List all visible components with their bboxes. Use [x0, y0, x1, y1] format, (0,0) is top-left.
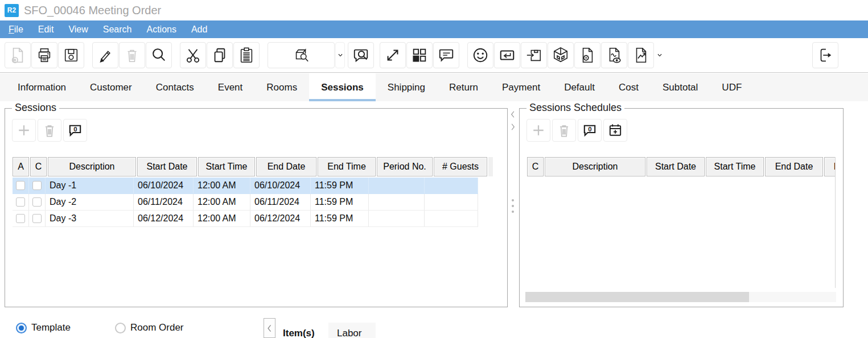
session-period-no [369, 211, 425, 226]
cut-button[interactable] [180, 42, 206, 68]
column-header-end-date[interactable]: End Date [765, 157, 823, 176]
paste-button[interactable] [233, 42, 260, 68]
menu-search[interactable]: Search [96, 24, 139, 35]
tab-contacts[interactable]: Contacts [144, 73, 206, 101]
tab-return[interactable]: Return [437, 73, 490, 101]
panel-splitter[interactable] [509, 108, 518, 307]
chevron-left-icon [266, 322, 273, 335]
column-header-start-time[interactable]: Start Time [198, 157, 255, 176]
tab-event[interactable]: Event [206, 73, 254, 101]
schedules-horizontal-scrollbar[interactable] [525, 292, 836, 302]
report-dropdown-button[interactable] [655, 42, 664, 68]
tab-items[interactable]: Item(s) [283, 328, 315, 338]
copy-button[interactable] [207, 42, 233, 68]
column-header-description[interactable]: Description [545, 157, 645, 176]
print-button[interactable] [31, 42, 57, 68]
app-logo-r2: R2 [5, 4, 19, 17]
column-header-period-no[interactable]: Period No. [377, 157, 433, 176]
session-checkbox-c[interactable] [32, 197, 42, 207]
tab-customer[interactable]: Customer [78, 73, 144, 101]
delete-button[interactable] [119, 42, 145, 68]
splitter-expand-right-button[interactable] [509, 121, 517, 133]
session-checkbox-c[interactable] [32, 214, 42, 223]
save-button[interactable] [58, 42, 84, 68]
menu-edit[interactable]: Edit [31, 24, 61, 35]
exit-button[interactable] [812, 42, 838, 68]
menu-view[interactable]: View [61, 24, 95, 35]
splitter-drag-handle[interactable] [512, 199, 514, 213]
template-radio[interactable]: Template [16, 322, 71, 333]
delete-session-button[interactable] [38, 119, 61, 142]
expand-button[interactable] [380, 42, 406, 68]
sessions-table-header: A C Description Start Date Start Time En… [13, 157, 493, 176]
session-checkbox-c[interactable] [32, 181, 42, 190]
header-filler [488, 157, 493, 176]
session-end-time: 11:59 PM [311, 211, 369, 226]
layout-grid-button[interactable] [406, 42, 433, 68]
column-header-guests[interactable]: # Guests [434, 157, 487, 176]
radio-selected-icon [16, 323, 27, 333]
check-in-button[interactable] [521, 42, 547, 68]
menu-add[interactable]: Add [184, 24, 215, 35]
session-checkbox-a[interactable] [16, 197, 25, 207]
column-header-end-time-truncated[interactable]: E [824, 157, 836, 176]
scrollbar-thumb[interactable] [525, 292, 749, 302]
column-header-start-date[interactable]: Start Date [647, 157, 705, 176]
column-header-start-date[interactable]: Start Date [137, 157, 197, 176]
return-button[interactable] [494, 42, 520, 68]
tab-cost[interactable]: Cost [607, 73, 651, 101]
splitter-collapse-left-button[interactable] [509, 108, 517, 121]
tab-sessions[interactable]: Sessions [309, 73, 376, 101]
delete-schedule-button[interactable] [552, 119, 576, 142]
room-order-radio[interactable]: Room Order [115, 322, 184, 333]
room-view-button[interactable] [548, 42, 574, 68]
column-header-end-date[interactable]: End Date [256, 157, 316, 176]
quote-search-button[interactable] [348, 42, 374, 68]
menu-file[interactable]: File [1, 24, 31, 35]
tab-labor[interactable]: Labor [337, 328, 361, 338]
column-header-a[interactable]: A [13, 157, 29, 176]
tab-rooms[interactable]: Rooms [254, 73, 309, 101]
session-checkbox-a[interactable] [16, 214, 25, 223]
report-button[interactable] [628, 42, 654, 68]
tab-payment[interactable]: Payment [490, 73, 552, 101]
add-session-button[interactable] [12, 119, 36, 142]
tab-default[interactable]: Default [552, 73, 607, 101]
session-guests [425, 178, 478, 193]
menu-actions[interactable]: Actions [139, 24, 183, 35]
tab-information[interactable]: Information [6, 73, 78, 101]
session-row-1[interactable]: Day -1 06/10/2024 12:00 AM 06/10/2024 11… [13, 178, 478, 194]
add-schedule-button[interactable] [526, 119, 550, 142]
session-row-3[interactable]: Day -3 06/12/2024 12:00 AM 06/12/2024 11… [13, 211, 478, 227]
session-checkbox-a[interactable] [16, 181, 25, 190]
chevron-right-icon [509, 121, 516, 133]
column-header-c[interactable]: C [527, 157, 544, 176]
session-row-2[interactable]: Day -2 06/11/2024 12:00 AM 06/11/2024 11… [13, 194, 478, 211]
check-in-box-icon [525, 47, 542, 64]
order-settings-button[interactable] [574, 42, 600, 68]
comment-button[interactable] [433, 42, 459, 68]
schedule-notes-button[interactable]: 0 [578, 119, 602, 142]
schedule-calendar-button[interactable] [603, 119, 627, 142]
column-header-c[interactable]: C [30, 157, 47, 176]
column-header-end-time[interactable]: End Time [318, 157, 376, 176]
toolbar [0, 38, 868, 73]
search-button[interactable] [146, 42, 172, 68]
report-preview-button[interactable] [601, 42, 627, 68]
new-document-icon [9, 47, 26, 64]
feedback-button[interactable] [467, 42, 493, 68]
column-header-description[interactable]: Description [48, 157, 136, 176]
item-search-dropdown-button[interactable] [335, 42, 345, 68]
column-header-start-time[interactable]: Start Time [706, 157, 764, 176]
tab-subtotal[interactable]: Subtotal [651, 73, 710, 101]
tab-shipping[interactable]: Shipping [376, 73, 437, 101]
room-order-radio-label: Room Order [130, 322, 184, 333]
tab-udf[interactable]: UDF [710, 73, 754, 101]
session-notes-button[interactable]: 0 [63, 119, 87, 142]
edit-button[interactable] [92, 42, 118, 68]
item-search-button[interactable] [268, 42, 335, 68]
collapse-bottom-panel-button[interactable] [264, 318, 275, 338]
scissors-icon [184, 47, 201, 64]
new-order-button[interactable] [5, 42, 31, 68]
document-gear-icon [579, 47, 596, 64]
